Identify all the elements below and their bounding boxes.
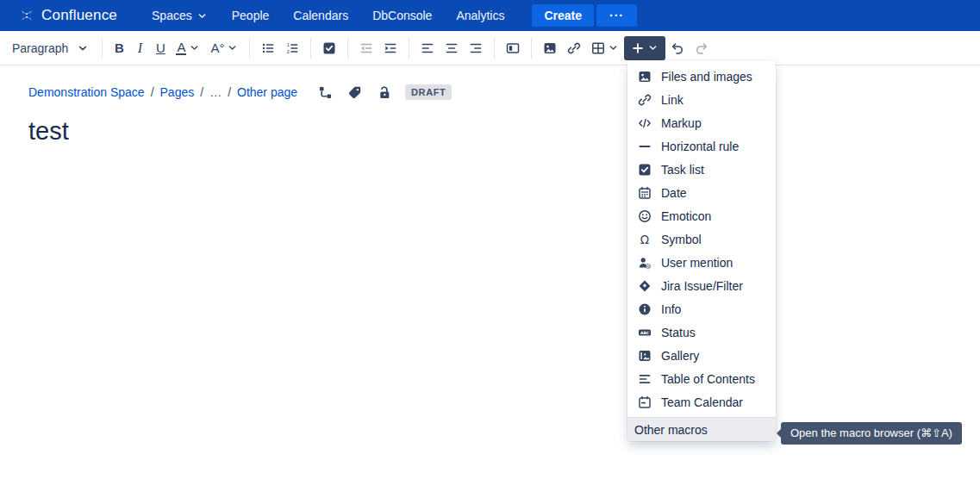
indent-icon xyxy=(384,41,397,55)
breadcrumb-separator: / xyxy=(151,85,154,99)
link-icon xyxy=(567,41,581,55)
insert-more-button[interactable] xyxy=(624,36,665,60)
text-color-button[interactable]: A xyxy=(171,36,205,60)
calendar-icon xyxy=(638,186,652,200)
menu-link[interactable]: Link xyxy=(627,88,776,111)
insert-link-button[interactable] xyxy=(562,36,586,60)
paragraph-style-select[interactable]: Paragraph xyxy=(9,37,96,59)
bullet-list-button[interactable] xyxy=(256,36,280,60)
menu-status[interactable]: Status xyxy=(627,320,776,344)
nav-item-label: People xyxy=(232,9,270,22)
menu-gallery[interactable]: Gallery xyxy=(627,344,776,367)
breadcrumb-actions xyxy=(318,85,391,100)
underline-button[interactable]: U xyxy=(150,36,171,60)
indent-button[interactable] xyxy=(378,36,403,60)
task-list-button[interactable] xyxy=(317,36,341,60)
menu-jira-issue-filter[interactable]: Jira Issue/Filter xyxy=(627,274,776,297)
chevron-icon xyxy=(197,10,208,22)
menu-horizontal-rule[interactable]: Horizontal rule xyxy=(627,134,776,158)
bold-button[interactable]: B xyxy=(109,36,129,60)
page-title-field[interactable]: test xyxy=(28,117,980,146)
menu-task-list[interactable]: Task list xyxy=(627,158,776,181)
page-layout-button[interactable] xyxy=(501,36,525,60)
menu-symbol[interactable]: Symbol xyxy=(627,227,776,251)
nav-calendars[interactable]: Calendars xyxy=(281,3,360,28)
breadcrumb-collapsed[interactable]: … xyxy=(209,85,222,99)
chevron-icon xyxy=(647,42,659,53)
menu-emoticon[interactable]: Emoticon xyxy=(627,204,776,227)
nav-spaces[interactable]: Spaces xyxy=(140,3,220,28)
nav-analytics[interactable]: Analytics xyxy=(444,3,516,28)
toolbar-separator xyxy=(531,38,532,59)
outdent-button xyxy=(354,36,378,60)
redo-icon xyxy=(695,41,708,55)
nav-dbconsole[interactable]: DbConsole xyxy=(360,3,444,28)
breadcrumb-separator: / xyxy=(200,85,203,99)
nav-people[interactable]: People xyxy=(220,3,282,28)
italic-glyph: I xyxy=(134,41,145,55)
menu-item-label: Table of Contents xyxy=(661,372,755,386)
bullet-list-icon xyxy=(261,41,275,55)
numbered-list-button[interactable] xyxy=(280,36,304,60)
image-icon xyxy=(638,70,652,84)
menu-item-label: Info xyxy=(661,302,681,316)
page-tree-icon[interactable] xyxy=(318,85,333,100)
number-list-icon xyxy=(285,41,299,55)
toolbar-separator xyxy=(347,38,348,59)
undo-button[interactable] xyxy=(665,36,690,60)
menu-item-label: Team Calendar xyxy=(661,395,743,409)
labels-icon[interactable] xyxy=(347,85,362,100)
editor-toolbar: ParagraphBIUAA° xyxy=(0,31,980,65)
confluence-brand[interactable]: Confluence xyxy=(19,7,117,24)
paragraph-style-label: Paragraph xyxy=(12,41,68,55)
macro-browser-tooltip: Open the macro browser (⌘⇧A) xyxy=(781,422,962,445)
menu-info[interactable]: Info xyxy=(627,297,776,320)
top-navbar: Confluence SpacesPeopleCalendarsDbConsol… xyxy=(0,0,980,31)
align-right-button[interactable] xyxy=(464,36,488,60)
emoticon-icon xyxy=(638,209,652,223)
toolbar-separator xyxy=(409,38,409,59)
insert-dropdown-menu: Files and imagesLinkMarkupHorizontal rul… xyxy=(627,60,776,441)
hr-icon xyxy=(638,140,652,153)
menu-item-label: Files and images xyxy=(661,70,752,84)
toolbar-separator xyxy=(102,38,103,59)
create-button[interactable]: Create xyxy=(532,4,594,27)
table-icon xyxy=(591,41,605,55)
insert-files-button[interactable] xyxy=(538,36,562,60)
menu-table-of-contents[interactable]: Table of Contents xyxy=(627,367,776,390)
menu-markup[interactable]: Markup xyxy=(627,111,776,134)
nav-item-label: Spaces xyxy=(152,9,192,22)
insert-table-button[interactable] xyxy=(586,36,624,60)
align-center-button[interactable] xyxy=(440,36,464,60)
breadcrumb-separator: / xyxy=(228,85,231,99)
restrictions-unlocked-icon[interactable] xyxy=(377,85,391,100)
breadcrumb-other-page[interactable]: Other page xyxy=(237,85,297,99)
nav-item-label: Analytics xyxy=(456,9,504,22)
align-left-button[interactable] xyxy=(415,36,440,60)
breadcrumb-pages[interactable]: Pages xyxy=(160,85,195,99)
gallery-icon xyxy=(638,349,652,363)
layout-icon xyxy=(506,41,520,55)
menu-user-mention[interactable]: User mention xyxy=(627,251,776,274)
menu-item-label: Jira Issue/Filter xyxy=(661,279,743,293)
bold-glyph: B xyxy=(114,41,124,55)
jira-icon xyxy=(638,279,652,293)
italic-button[interactable]: I xyxy=(129,36,150,60)
outdent-icon xyxy=(359,41,373,55)
markup-icon xyxy=(638,116,652,130)
insert-menu-list: Files and imagesLinkMarkupHorizontal rul… xyxy=(627,60,776,417)
breadcrumb: Demonstration Space/Pages/…/Other page D… xyxy=(28,84,980,100)
menu-other-macros[interactable]: Other macros xyxy=(627,417,776,441)
menu-item-label: Task list xyxy=(661,163,704,177)
more-formatting-button[interactable]: A° xyxy=(205,36,243,60)
breadcrumb-space[interactable]: Demonstration Space xyxy=(28,85,145,99)
chevron-icon xyxy=(608,42,619,53)
align-left-icon xyxy=(421,41,434,55)
chevron-icon xyxy=(189,42,200,53)
draft-status-badge: DRAFT xyxy=(405,84,452,100)
nav-more-button[interactable]: ··· xyxy=(596,4,637,27)
menu-files-and-images[interactable]: Files and images xyxy=(627,65,776,88)
menu-team-calendar[interactable]: Team Calendar xyxy=(627,390,776,414)
menu-date[interactable]: Date xyxy=(627,181,776,204)
info-icon xyxy=(638,302,652,316)
